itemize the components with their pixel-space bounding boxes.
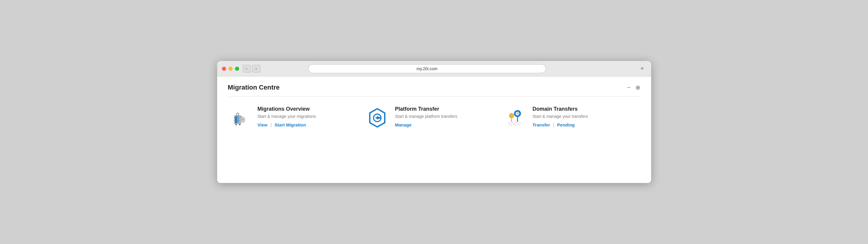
- svg-point-7: [239, 124, 240, 125]
- svg-point-18: [514, 123, 515, 125]
- svg-point-27: [519, 125, 520, 126]
- svg-point-15: [508, 122, 509, 123]
- back-button[interactable]: ‹: [243, 65, 251, 73]
- svg-point-16: [510, 123, 511, 125]
- platform-transfer-links: Manage: [395, 122, 458, 127]
- platform-transfer-card: Platform Transfer Start & manage platfor…: [365, 106, 503, 130]
- nav-buttons: ‹ ›: [243, 65, 260, 73]
- manage-link[interactable]: Manage: [395, 122, 412, 127]
- migrations-overview-desc: Start & manage your migrations: [257, 114, 316, 119]
- move-widget-button[interactable]: ⊕: [636, 84, 641, 91]
- svg-point-23: [511, 125, 512, 126]
- view-link[interactable]: View: [257, 122, 268, 127]
- separator-1: |: [270, 122, 272, 127]
- page-content: Migration Centre − ⊕: [217, 77, 651, 183]
- address-bar[interactable]: my.20i.com: [308, 64, 546, 73]
- domain-transfers-card: Domain Transfers Start & manage your tra…: [503, 106, 641, 130]
- browser-window: ‹ › my.20i.com + Migration Centre − ⊕: [217, 61, 651, 183]
- svg-point-26: [518, 124, 519, 125]
- widget-header: Migration Centre − ⊕: [228, 84, 641, 97]
- minimize-button[interactable]: [228, 67, 232, 71]
- migrations-overview-body: Migrations Overview Start & manage your …: [257, 106, 316, 127]
- svg-point-19: [516, 122, 517, 123]
- svg-rect-9: [241, 117, 242, 118]
- platform-transfer-desc: Start & manage platform transfers: [395, 114, 458, 119]
- migration-centre-widget: Migration Centre − ⊕: [217, 77, 651, 137]
- pending-link[interactable]: Pending: [557, 122, 575, 127]
- platform-transfer-svg: [367, 107, 388, 129]
- widget-controls: − ⊕: [627, 84, 641, 91]
- maximize-button[interactable]: [235, 67, 239, 71]
- domain-transfers-icon: [503, 106, 527, 130]
- traffic-lights: [222, 67, 239, 71]
- migrations-overview-icon: [228, 106, 252, 130]
- close-button[interactable]: [222, 67, 226, 71]
- svg-rect-10: [241, 119, 245, 120]
- start-migration-link[interactable]: Start Migration: [275, 122, 306, 127]
- domain-transfers-body: Domain Transfers Start & manage your tra…: [533, 106, 588, 127]
- separator-2: |: [553, 122, 554, 127]
- domain-transfer-svg: [504, 107, 526, 129]
- svg-point-25: [515, 125, 516, 126]
- transfer-link[interactable]: Transfer: [533, 122, 550, 127]
- svg-rect-1: [235, 116, 237, 123]
- minimize-widget-button[interactable]: −: [627, 84, 631, 91]
- new-tab-button[interactable]: +: [638, 64, 646, 73]
- svg-point-24: [513, 124, 514, 125]
- platform-transfer-body: Platform Transfer Start & manage platfor…: [395, 106, 458, 127]
- domain-transfers-desc: Start & manage your transfers: [533, 114, 588, 119]
- migrations-overview-card: Migrations Overview Start & manage your …: [228, 106, 365, 130]
- svg-rect-2: [238, 116, 239, 123]
- forward-button[interactable]: ›: [252, 65, 260, 73]
- svg-point-6: [235, 124, 237, 125]
- luggage-svg: [229, 107, 250, 128]
- address-text: my.20i.com: [416, 66, 438, 71]
- svg-rect-4: [234, 120, 241, 121]
- page-title: Migration Centre: [228, 84, 280, 91]
- svg-rect-3: [234, 117, 241, 118]
- cards-row: Migrations Overview Start & manage your …: [228, 106, 641, 130]
- svg-point-22: [509, 124, 510, 125]
- domain-transfers-title: Domain Transfers: [533, 106, 588, 112]
- migrations-overview-title: Migrations Overview: [257, 106, 316, 112]
- domain-transfers-links: Transfer | Pending: [533, 122, 588, 127]
- title-bar: ‹ › my.20i.com +: [217, 61, 651, 77]
- platform-transfer-icon: [365, 106, 389, 130]
- svg-point-21: [520, 122, 521, 123]
- svg-point-17: [512, 122, 513, 123]
- migrations-overview-links: View | Start Migration: [257, 122, 316, 127]
- platform-transfer-title: Platform Transfer: [395, 106, 458, 112]
